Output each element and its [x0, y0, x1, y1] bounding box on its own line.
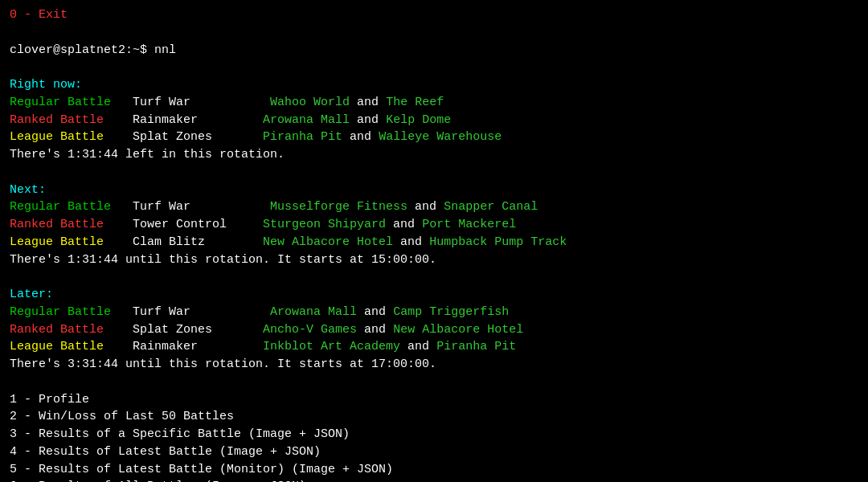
terminal-line: There's 1:31:44 left in this rotation.: [10, 146, 858, 164]
terminal-line: 6 - Results of All Battles (Image + JSON…: [10, 478, 858, 482]
terminal-line: 4 - Results of Latest Battle (Image + JS…: [10, 443, 858, 461]
terminal-line: 0 - Exit: [10, 6, 858, 24]
terminal-line: 1 - Profile: [10, 391, 858, 409]
terminal-line: Ranked Battle Rainmaker Arowana Mall and…: [10, 112, 858, 129]
terminal-line: [10, 164, 858, 182]
terminal-line: There's 1:31:44 until this rotation. It …: [10, 251, 858, 269]
terminal-line: [10, 24, 858, 42]
terminal-line: Ranked Battle Splat Zones Ancho-V Games …: [10, 321, 858, 339]
terminal-line: 3 - Results of a Specific Battle (Image …: [10, 426, 858, 443]
terminal-line: Right now:: [10, 76, 858, 94]
terminal: 0 - Exit clover@splatnet2:~$ nnl Right n…: [10, 6, 858, 482]
terminal-line: [10, 374, 858, 391]
terminal-line: League Battle Rainmaker Inkblot Art Acad…: [10, 338, 858, 356]
terminal-line: Regular Battle Turf War Arowana Mall and…: [10, 304, 858, 321]
terminal-line: clover@splatnet2:~$ nnl: [10, 42, 858, 59]
terminal-line: Ranked Battle Tower Control Sturgeon Shi…: [10, 216, 858, 234]
terminal-line: 5 - Results of Latest Battle (Monitor) (…: [10, 461, 858, 479]
terminal-line: League Battle Clam Blitz New Albacore Ho…: [10, 234, 858, 251]
terminal-line: Regular Battle Turf War Musselforge Fitn…: [10, 198, 858, 216]
terminal-line: There's 3:31:44 until this rotation. It …: [10, 356, 858, 374]
terminal-line: Next:: [10, 182, 858, 199]
terminal-line: 2 - Win/Loss of Last 50 Battles: [10, 408, 858, 426]
terminal-line: [10, 59, 858, 76]
terminal-line: Regular Battle Turf War Wahoo World and …: [10, 94, 858, 112]
terminal-line: [10, 268, 858, 286]
terminal-line: Later:: [10, 286, 858, 304]
terminal-line: League Battle Splat Zones Piranha Pit an…: [10, 129, 858, 146]
